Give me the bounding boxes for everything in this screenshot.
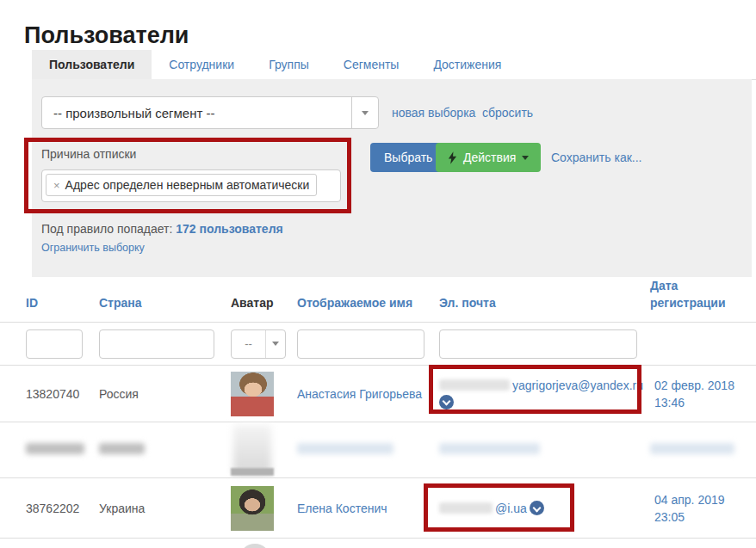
avatar-filter-select[interactable]: -- <box>231 329 286 359</box>
table-row-partial <box>0 539 756 548</box>
user-country: Россия <box>99 366 231 422</box>
reason-tag: × Адрес определен неверным автоматически <box>46 174 317 196</box>
registration-date: 02 февр. 2018 13:46 <box>650 366 756 422</box>
redacted-text <box>439 443 540 454</box>
table-header-row: ID Страна Аватар Отображаемое имя Эл. по… <box>0 277 756 323</box>
segment-select[interactable]: -- произвольный сегмент -- <box>41 96 379 129</box>
select-caret-box[interactable] <box>351 97 378 128</box>
user-name-link[interactable]: Анастасия Григорьева <box>297 387 422 401</box>
redacted-text <box>26 443 84 454</box>
match-count-link[interactable]: 172 пользователя <box>176 222 282 236</box>
actions-button[interactable]: Действия <box>436 143 541 172</box>
user-country: Украина <box>99 478 231 539</box>
tab-bar: Пользователи Сотрудники Группы Сегменты … <box>32 50 756 80</box>
redacted-text <box>297 443 393 454</box>
segment-select-value: -- произвольный сегмент -- <box>42 106 351 120</box>
email-dropdown-icon[interactable] <box>530 501 544 515</box>
chevron-down-icon <box>362 111 369 115</box>
avatar <box>231 372 274 416</box>
col-header-country[interactable]: Страна <box>99 277 231 323</box>
email-filter-input[interactable] <box>439 329 637 359</box>
table-filter-row: -- <box>0 323 756 366</box>
page-title: Пользователи <box>24 22 189 49</box>
tab-groups[interactable]: Группы <box>251 50 326 79</box>
country-filter-input[interactable] <box>99 329 214 359</box>
table-row-redacted <box>0 422 756 478</box>
table-row: 38762202 Украина Елена Костенич @i.ua 04… <box>0 478 756 539</box>
reset-link[interactable]: сбросить <box>482 106 533 120</box>
col-header-email[interactable]: Эл. почта <box>439 277 650 323</box>
select-caret-box[interactable] <box>265 330 285 358</box>
user-id: 13820740 <box>0 366 99 422</box>
user-email[interactable]: yagrigorjeva@yandex.ru <box>512 379 643 392</box>
avatar-filter-value: -- <box>232 337 265 350</box>
tab-staff[interactable]: Сотрудники <box>152 50 251 79</box>
tab-achievements[interactable]: Достижения <box>416 50 518 79</box>
actions-button-label: Действия <box>463 151 516 164</box>
name-filter-input[interactable] <box>297 329 424 359</box>
tab-segments[interactable]: Сегменты <box>326 50 417 79</box>
id-filter-input[interactable] <box>26 329 83 359</box>
redacted-avatar <box>233 425 271 473</box>
unsubscribe-reason-label: Причина отписки <box>41 147 136 161</box>
lightning-icon <box>448 151 457 164</box>
match-count-line: Под правило попадает: 172 пользователя <box>41 222 283 236</box>
default-avatar <box>239 544 270 548</box>
redacted-text <box>650 443 734 454</box>
new-selection-link[interactable]: новая выборка <box>392 106 475 120</box>
redacted-email-prefix <box>439 502 493 514</box>
redacted-text <box>99 443 145 454</box>
col-header-avatar: Аватар <box>231 277 297 323</box>
chevron-down-icon <box>522 156 529 160</box>
email-cell: @i.ua <box>439 501 643 515</box>
col-header-id[interactable]: ID <box>0 277 99 323</box>
col-header-name[interactable]: Отображаемое имя <box>297 277 439 323</box>
users-table: ID Страна Аватар Отображаемое имя Эл. по… <box>0 277 756 548</box>
email-cell: yagrigorjeva@yandex.ru <box>439 379 643 409</box>
tab-users[interactable]: Пользователи <box>32 50 152 79</box>
unsubscribe-reason-input[interactable]: × Адрес определен неверным автоматически <box>41 169 341 202</box>
user-id: 38762202 <box>0 478 99 539</box>
chevron-down-icon <box>272 342 279 346</box>
save-as-link[interactable]: Сохранить как... <box>551 151 641 164</box>
user-email[interactable]: @i.ua <box>495 502 527 515</box>
remove-tag-icon[interactable]: × <box>53 180 60 191</box>
email-dropdown-icon[interactable] <box>439 395 454 409</box>
col-header-date[interactable]: Дата регистрации <box>650 277 756 323</box>
users-admin-page: Пользователи Пользователи Сотрудники Гру… <box>0 0 756 548</box>
avatar <box>231 486 274 531</box>
user-name-link[interactable]: Елена Костенич <box>297 502 387 515</box>
reason-tag-label: Адрес определен неверным автоматически <box>65 178 310 192</box>
redacted-email-prefix <box>439 379 510 391</box>
limit-selection-link[interactable]: Ограничить выборку <box>41 242 145 254</box>
table-row: 13820740 Россия Анастасия Григорьева yag… <box>0 366 756 422</box>
registration-date: 04 апр. 2019 23:05 <box>650 478 756 539</box>
match-prefix: Под правило попадает: <box>41 222 172 236</box>
redacted-avatar-strip <box>231 468 274 476</box>
